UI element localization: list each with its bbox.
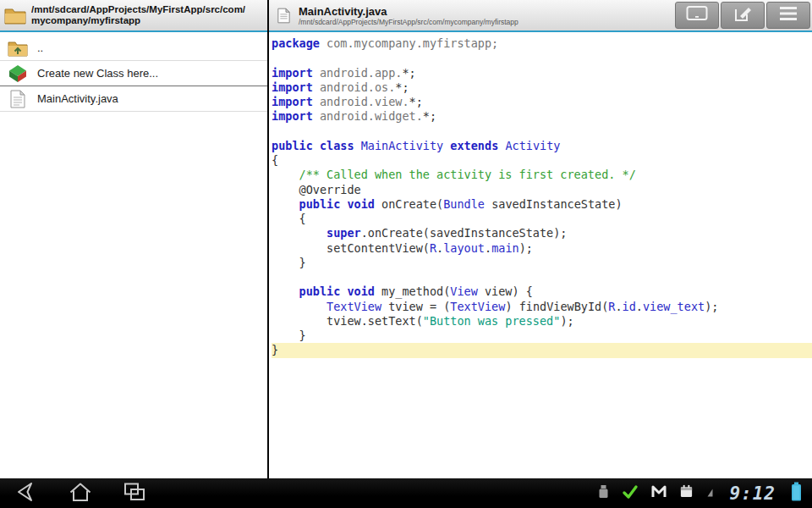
editor-titles: MainActivity.java /mnt/sdcard/AppProject… — [299, 5, 518, 26]
list-item-mainactivity[interactable]: MainActivity.java — [0, 86, 267, 112]
code-line[interactable]: import android.view.*; — [272, 95, 812, 109]
home-button[interactable] — [63, 481, 98, 506]
code-line[interactable]: { — [272, 212, 812, 226]
code-line[interactable]: super.onCreate(savedInstanceState); — [272, 226, 812, 240]
battery-icon — [791, 482, 802, 505]
file-browser-panel: /mnt/sdcard/AppProjects/MyFirstApp/src/c… — [0, 0, 267, 478]
list-item-label: .. — [37, 41, 43, 54]
usb-icon — [598, 484, 609, 502]
system-bar: 9:12 — [0, 478, 812, 508]
recents-button[interactable] — [117, 481, 152, 506]
gmail-icon — [651, 485, 667, 501]
sync-check-icon — [622, 484, 639, 503]
java-file-icon — [274, 8, 293, 24]
current-path-line1: /mnt/sdcard/AppProjects/MyFirstApp/src/c… — [31, 4, 245, 15]
list-item-create-class[interactable]: Create new Class here... — [0, 61, 267, 86]
code-line[interactable]: setContentView(R.layout.main); — [272, 241, 812, 256]
recents-icon — [122, 481, 147, 506]
code-line[interactable] — [272, 124, 812, 139]
editor-actions — [673, 0, 812, 30]
editor-header: MainActivity.java /mnt/sdcard/AppProject… — [269, 0, 812, 32]
code-line[interactable]: public class MainActivity extends Activi… — [272, 139, 812, 153]
file-browser-header: /mnt/sdcard/AppProjects/MyFirstApp/src/c… — [0, 0, 267, 32]
back-icon — [14, 481, 39, 506]
code-line[interactable]: public void my_method(View view) { — [272, 284, 812, 299]
list-item-label: Create new Class here... — [37, 67, 158, 80]
code-line[interactable]: tview.setText("Button was pressed"); — [272, 314, 812, 329]
list-item-parent-dir[interactable]: .. — [0, 36, 267, 61]
folder-icon — [3, 7, 27, 25]
device-icon — [686, 5, 708, 25]
current-path: /mnt/sdcard/AppProjects/MyFirstApp/src/c… — [31, 4, 245, 26]
code-line[interactable]: TextView tview = (TextView) findViewById… — [272, 300, 812, 314]
code-line[interactable]: { — [272, 153, 812, 168]
network-activity-icon — [706, 486, 714, 501]
java-file-icon — [7, 90, 29, 108]
menu-icon — [779, 6, 798, 25]
aide-app-screen: /mnt/sdcard/AppProjects/MyFirstApp/src/c… — [0, 0, 812, 508]
file-list: .. Create new Class here... — [0, 32, 267, 478]
code-line[interactable]: } — [272, 256, 812, 270]
device-button[interactable] — [675, 2, 719, 29]
back-button[interactable] — [8, 481, 44, 506]
editor-panel: MainActivity.java /mnt/sdcard/AppProject… — [269, 0, 812, 478]
list-item-label: MainActivity.java — [37, 92, 118, 105]
current-path-line2: mycompany/myfirstapp — [31, 15, 245, 26]
edit-icon — [733, 5, 752, 25]
menu-button[interactable] — [766, 2, 810, 29]
code-line[interactable] — [272, 51, 812, 65]
new-class-icon — [7, 64, 29, 84]
status-tray[interactable]: 9:12 — [598, 482, 804, 505]
editor-title: MainActivity.java — [299, 5, 518, 18]
code-line[interactable]: import android.os.*; — [272, 80, 812, 95]
main-area: /mnt/sdcard/AppProjects/MyFirstApp/src/c… — [0, 0, 812, 478]
clock: 9:12 — [729, 483, 776, 504]
home-icon — [68, 481, 93, 506]
code-area[interactable]: package com.mycompany.myfirstapp;import … — [269, 32, 812, 478]
code-line[interactable]: public void onCreate(Bundle savedInstanc… — [272, 197, 812, 212]
editor-subtitle: /mnt/sdcard/AppProjects/MyFirstApp/src/c… — [299, 18, 518, 26]
calendar-icon — [679, 484, 694, 502]
edit-button[interactable] — [721, 2, 765, 29]
code-line[interactable]: import android.widget.*; — [272, 109, 812, 124]
code-line[interactable] — [272, 270, 812, 284]
folder-up-icon — [7, 40, 29, 57]
code-line[interactable]: package com.mycompany.myfirstapp; — [272, 36, 812, 51]
code-line[interactable]: @Override — [272, 183, 812, 197]
code-line[interactable]: } — [272, 343, 812, 357]
code-line[interactable]: } — [272, 329, 812, 343]
code-line[interactable]: /** Called when the activity is first cr… — [272, 168, 812, 182]
code-line[interactable]: import android.app.*; — [272, 66, 812, 80]
nav-buttons — [8, 481, 152, 506]
